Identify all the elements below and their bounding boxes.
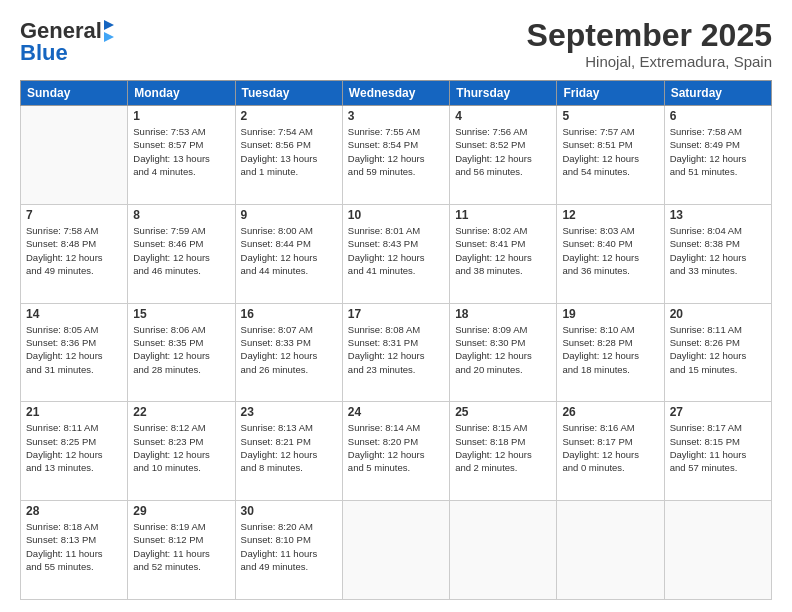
calendar-cell: 20Sunrise: 8:11 AM Sunset: 8:26 PM Dayli… (664, 303, 771, 402)
day-number: 29 (133, 504, 229, 518)
day-number: 4 (455, 109, 551, 123)
day-info: Sunrise: 7:55 AM Sunset: 8:54 PM Dayligh… (348, 125, 444, 178)
day-info: Sunrise: 8:03 AM Sunset: 8:40 PM Dayligh… (562, 224, 658, 277)
day-info: Sunrise: 7:58 AM Sunset: 8:49 PM Dayligh… (670, 125, 766, 178)
day-number: 13 (670, 208, 766, 222)
day-number: 20 (670, 307, 766, 321)
calendar-cell (664, 501, 771, 600)
day-number: 23 (241, 405, 337, 419)
calendar-cell: 30Sunrise: 8:20 AM Sunset: 8:10 PM Dayli… (235, 501, 342, 600)
calendar-cell: 7Sunrise: 7:58 AM Sunset: 8:48 PM Daylig… (21, 204, 128, 303)
day-number: 8 (133, 208, 229, 222)
day-info: Sunrise: 8:04 AM Sunset: 8:38 PM Dayligh… (670, 224, 766, 277)
day-info: Sunrise: 7:59 AM Sunset: 8:46 PM Dayligh… (133, 224, 229, 277)
location-title: Hinojal, Extremadura, Spain (527, 53, 772, 70)
day-number: 9 (241, 208, 337, 222)
calendar-cell: 23Sunrise: 8:13 AM Sunset: 8:21 PM Dayli… (235, 402, 342, 501)
day-number: 27 (670, 405, 766, 419)
calendar-cell: 11Sunrise: 8:02 AM Sunset: 8:41 PM Dayli… (450, 204, 557, 303)
calendar-cell: 18Sunrise: 8:09 AM Sunset: 8:30 PM Dayli… (450, 303, 557, 402)
calendar-cell: 5Sunrise: 7:57 AM Sunset: 8:51 PM Daylig… (557, 106, 664, 205)
week-row-4: 28Sunrise: 8:18 AM Sunset: 8:13 PM Dayli… (21, 501, 772, 600)
day-info: Sunrise: 8:11 AM Sunset: 8:26 PM Dayligh… (670, 323, 766, 376)
day-info: Sunrise: 8:02 AM Sunset: 8:41 PM Dayligh… (455, 224, 551, 277)
weekday-monday: Monday (128, 81, 235, 106)
weekday-friday: Friday (557, 81, 664, 106)
day-info: Sunrise: 8:10 AM Sunset: 8:28 PM Dayligh… (562, 323, 658, 376)
week-row-3: 21Sunrise: 8:11 AM Sunset: 8:25 PM Dayli… (21, 402, 772, 501)
day-info: Sunrise: 8:13 AM Sunset: 8:21 PM Dayligh… (241, 421, 337, 474)
title-block: September 2025 Hinojal, Extremadura, Spa… (527, 18, 772, 70)
calendar-cell (450, 501, 557, 600)
calendar-cell: 24Sunrise: 8:14 AM Sunset: 8:20 PM Dayli… (342, 402, 449, 501)
calendar-cell: 27Sunrise: 8:17 AM Sunset: 8:15 PM Dayli… (664, 402, 771, 501)
page: General Blue September 2025 Hinojal, Ext… (0, 0, 792, 612)
day-info: Sunrise: 8:00 AM Sunset: 8:44 PM Dayligh… (241, 224, 337, 277)
week-row-0: 1Sunrise: 7:53 AM Sunset: 8:57 PM Daylig… (21, 106, 772, 205)
day-number: 28 (26, 504, 122, 518)
day-number: 5 (562, 109, 658, 123)
weekday-header-row: SundayMondayTuesdayWednesdayThursdayFrid… (21, 81, 772, 106)
calendar-cell: 2Sunrise: 7:54 AM Sunset: 8:56 PM Daylig… (235, 106, 342, 205)
calendar-cell (557, 501, 664, 600)
day-info: Sunrise: 8:12 AM Sunset: 8:23 PM Dayligh… (133, 421, 229, 474)
calendar-cell: 13Sunrise: 8:04 AM Sunset: 8:38 PM Dayli… (664, 204, 771, 303)
calendar-cell: 15Sunrise: 8:06 AM Sunset: 8:35 PM Dayli… (128, 303, 235, 402)
day-number: 26 (562, 405, 658, 419)
calendar-cell: 29Sunrise: 8:19 AM Sunset: 8:12 PM Dayli… (128, 501, 235, 600)
calendar-cell: 19Sunrise: 8:10 AM Sunset: 8:28 PM Dayli… (557, 303, 664, 402)
day-info: Sunrise: 8:08 AM Sunset: 8:31 PM Dayligh… (348, 323, 444, 376)
day-number: 25 (455, 405, 551, 419)
day-info: Sunrise: 8:17 AM Sunset: 8:15 PM Dayligh… (670, 421, 766, 474)
day-info: Sunrise: 8:14 AM Sunset: 8:20 PM Dayligh… (348, 421, 444, 474)
day-number: 18 (455, 307, 551, 321)
day-number: 2 (241, 109, 337, 123)
day-number: 15 (133, 307, 229, 321)
day-info: Sunrise: 8:19 AM Sunset: 8:12 PM Dayligh… (133, 520, 229, 573)
day-number: 22 (133, 405, 229, 419)
day-number: 19 (562, 307, 658, 321)
day-number: 11 (455, 208, 551, 222)
calendar-cell: 28Sunrise: 8:18 AM Sunset: 8:13 PM Dayli… (21, 501, 128, 600)
logo-blue: Blue (20, 40, 68, 66)
day-info: Sunrise: 8:15 AM Sunset: 8:18 PM Dayligh… (455, 421, 551, 474)
weekday-saturday: Saturday (664, 81, 771, 106)
day-info: Sunrise: 7:57 AM Sunset: 8:51 PM Dayligh… (562, 125, 658, 178)
calendar-table: SundayMondayTuesdayWednesdayThursdayFrid… (20, 80, 772, 600)
day-info: Sunrise: 8:05 AM Sunset: 8:36 PM Dayligh… (26, 323, 122, 376)
day-number: 3 (348, 109, 444, 123)
day-info: Sunrise: 8:09 AM Sunset: 8:30 PM Dayligh… (455, 323, 551, 376)
day-info: Sunrise: 8:16 AM Sunset: 8:17 PM Dayligh… (562, 421, 658, 474)
day-number: 12 (562, 208, 658, 222)
calendar-cell: 22Sunrise: 8:12 AM Sunset: 8:23 PM Dayli… (128, 402, 235, 501)
day-info: Sunrise: 8:11 AM Sunset: 8:25 PM Dayligh… (26, 421, 122, 474)
day-number: 16 (241, 307, 337, 321)
day-info: Sunrise: 7:58 AM Sunset: 8:48 PM Dayligh… (26, 224, 122, 277)
month-title: September 2025 (527, 18, 772, 53)
day-info: Sunrise: 8:07 AM Sunset: 8:33 PM Dayligh… (241, 323, 337, 376)
header: General Blue September 2025 Hinojal, Ext… (20, 18, 772, 70)
calendar-cell: 25Sunrise: 8:15 AM Sunset: 8:18 PM Dayli… (450, 402, 557, 501)
day-info: Sunrise: 8:20 AM Sunset: 8:10 PM Dayligh… (241, 520, 337, 573)
calendar-cell (342, 501, 449, 600)
calendar-cell: 12Sunrise: 8:03 AM Sunset: 8:40 PM Dayli… (557, 204, 664, 303)
calendar-body: 1Sunrise: 7:53 AM Sunset: 8:57 PM Daylig… (21, 106, 772, 600)
calendar-cell: 1Sunrise: 7:53 AM Sunset: 8:57 PM Daylig… (128, 106, 235, 205)
calendar-cell: 17Sunrise: 8:08 AM Sunset: 8:31 PM Dayli… (342, 303, 449, 402)
weekday-wednesday: Wednesday (342, 81, 449, 106)
day-number: 6 (670, 109, 766, 123)
day-info: Sunrise: 8:01 AM Sunset: 8:43 PM Dayligh… (348, 224, 444, 277)
day-info: Sunrise: 8:18 AM Sunset: 8:13 PM Dayligh… (26, 520, 122, 573)
day-info: Sunrise: 7:54 AM Sunset: 8:56 PM Dayligh… (241, 125, 337, 178)
calendar-cell: 3Sunrise: 7:55 AM Sunset: 8:54 PM Daylig… (342, 106, 449, 205)
calendar-cell: 26Sunrise: 8:16 AM Sunset: 8:17 PM Dayli… (557, 402, 664, 501)
day-number: 24 (348, 405, 444, 419)
calendar-cell: 21Sunrise: 8:11 AM Sunset: 8:25 PM Dayli… (21, 402, 128, 501)
weekday-thursday: Thursday (450, 81, 557, 106)
day-info: Sunrise: 7:56 AM Sunset: 8:52 PM Dayligh… (455, 125, 551, 178)
day-info: Sunrise: 8:06 AM Sunset: 8:35 PM Dayligh… (133, 323, 229, 376)
day-info: Sunrise: 7:53 AM Sunset: 8:57 PM Dayligh… (133, 125, 229, 178)
calendar-cell: 9Sunrise: 8:00 AM Sunset: 8:44 PM Daylig… (235, 204, 342, 303)
calendar-cell: 16Sunrise: 8:07 AM Sunset: 8:33 PM Dayli… (235, 303, 342, 402)
weekday-sunday: Sunday (21, 81, 128, 106)
